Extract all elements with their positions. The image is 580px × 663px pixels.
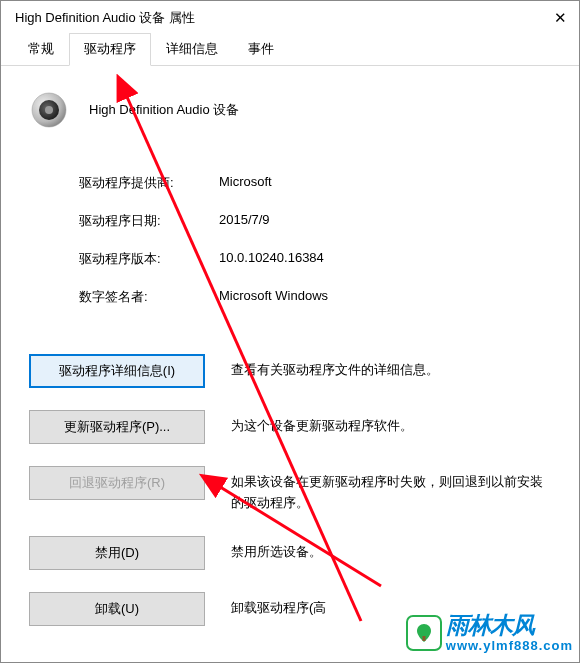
rollback-driver-desc: 如果该设备在更新驱动程序时失败，则回退到以前安装的驱动程序。 xyxy=(231,466,551,514)
disable-desc: 禁用所选设备。 xyxy=(231,536,551,563)
svg-rect-6 xyxy=(422,636,425,641)
device-header: High Definition Audio 设备 xyxy=(29,90,551,130)
signer-label: 数字签名者: xyxy=(79,288,219,306)
row-disable: 禁用(D) 禁用所选设备。 xyxy=(29,536,551,570)
version-value: 10.0.10240.16384 xyxy=(219,250,551,268)
device-title: High Definition Audio 设备 xyxy=(89,101,239,119)
row-update: 更新驱动程序(P)... 为这个设备更新驱动程序软件。 xyxy=(29,410,551,444)
rollback-driver-button: 回退驱动程序(R) xyxy=(29,466,205,500)
provider-value: Microsoft xyxy=(219,174,551,192)
watermark-logo-icon xyxy=(406,615,442,651)
driver-details-button[interactable]: 驱动程序详细信息(I) xyxy=(29,354,205,388)
date-label: 驱动程序日期: xyxy=(79,212,219,230)
uninstall-button[interactable]: 卸载(U) xyxy=(29,592,205,626)
info-grid: 驱动程序提供商: Microsoft 驱动程序日期: 2015/7/9 驱动程序… xyxy=(29,174,551,306)
disable-button[interactable]: 禁用(D) xyxy=(29,536,205,570)
tab-details[interactable]: 详细信息 xyxy=(151,33,233,66)
update-driver-button[interactable]: 更新驱动程序(P)... xyxy=(29,410,205,444)
watermark-name: 雨林木风 xyxy=(446,614,573,637)
speaker-icon xyxy=(29,90,69,130)
tab-events[interactable]: 事件 xyxy=(233,33,289,66)
signer-value: Microsoft Windows xyxy=(219,288,551,306)
watermark-url: www.ylmf888.com xyxy=(446,639,573,652)
svg-point-2 xyxy=(45,106,53,114)
row-details: 驱动程序详细信息(I) 查看有关驱动程序文件的详细信息。 xyxy=(29,354,551,388)
driver-details-desc: 查看有关驱动程序文件的详细信息。 xyxy=(231,354,551,381)
watermark: 雨林木风 www.ylmf888.com xyxy=(406,614,573,652)
tab-strip: 常规 驱动程序 详细信息 事件 xyxy=(1,33,579,66)
version-label: 驱动程序版本: xyxy=(79,250,219,268)
close-icon[interactable]: ✕ xyxy=(527,9,567,27)
window-title: High Definition Audio 设备 属性 xyxy=(15,9,195,27)
tab-driver[interactable]: 驱动程序 xyxy=(69,33,151,66)
row-rollback: 回退驱动程序(R) 如果该设备在更新驱动程序时失败，则回退到以前安装的驱动程序。 xyxy=(29,466,551,514)
tab-general[interactable]: 常规 xyxy=(13,33,69,66)
tab-content: High Definition Audio 设备 驱动程序提供商: Micros… xyxy=(1,66,579,663)
titlebar: High Definition Audio 设备 属性 ✕ xyxy=(1,1,579,33)
update-driver-desc: 为这个设备更新驱动程序软件。 xyxy=(231,410,551,437)
provider-label: 驱动程序提供商: xyxy=(79,174,219,192)
date-value: 2015/7/9 xyxy=(219,212,551,230)
